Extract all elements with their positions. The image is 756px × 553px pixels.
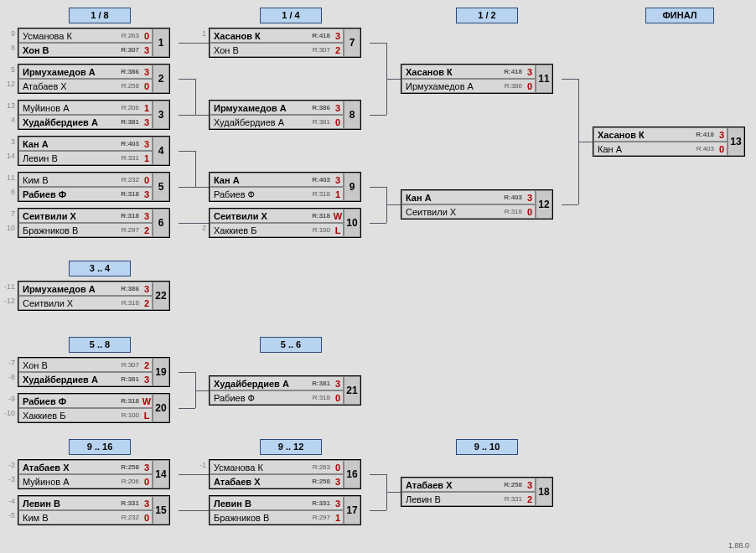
player-row: Худайбердиев АR:3810 [210,115,344,129]
player-row: Хон ВR:3072 [210,43,344,57]
seed: 10 [3,224,15,232]
player-row: Ирмухамедов АR:3863 [18,65,153,79]
bracket-line [179,115,195,116]
match-21: Худайбердиев АR:3813Рабиев ФR:318021 [209,375,361,406]
player-name: Рабиев Ф [19,189,121,199]
bracket-line [179,372,195,373]
player-name: Худайбердиев А [210,117,313,127]
player-rating: R:318 [313,190,333,198]
seed: 6 [3,188,15,196]
seed: 12 [3,80,15,88]
seed: -5 [3,511,15,519]
player-score: 0 [717,144,727,154]
seed: -1 [194,461,206,469]
player-row: Худайбердиев АR:3813 [18,115,153,129]
player-name: Хон В [19,360,122,370]
player-name: Левин В [19,499,121,509]
player-rating: R:403 [121,140,142,147]
bracket-line [195,79,196,115]
player-score: 3 [142,211,152,221]
player-rating: R:206 [122,104,142,111]
match-number: 3 [153,101,169,129]
player-score: 3 [142,375,152,385]
seed: -7 [3,359,15,367]
player-row: Левин ВR:3313 [210,496,344,510]
player-row: Атабаев ХR:2580 [18,79,153,93]
player-name: Хасанов К [210,31,312,41]
player-rating: R:318 [313,394,333,401]
player-row: Ким ВR:2320 [18,173,153,187]
player-score: 1 [333,513,343,523]
player-name: Хон В [210,45,313,55]
player-score: L [142,411,152,421]
bracket-line [204,510,209,511]
player-score: 3 [142,463,152,473]
bracket-line [386,492,401,493]
player-name: Худайбердиев А [19,117,121,127]
player-name: Рабиев Ф [210,189,313,199]
match-number: 1 [153,28,169,57]
player-rating: R:307 [313,46,333,54]
player-row: Бражников ВR:2971 [210,510,344,525]
player-rating: R:258 [121,463,142,471]
player-score: W [142,396,152,406]
bracket-line [204,474,209,475]
bracket-line [370,43,386,44]
seed: -10 [3,409,15,417]
bracket-line [195,115,209,116]
player-score: 0 [333,463,343,473]
match-3: 134Муйинов АR:2061Худайбердиев АR:38133 [18,100,170,130]
match-15: -4-5Левин ВR:3313Ким ВR:232015 [18,495,170,525]
player-name: Хасанов К [402,67,504,77]
player-row: Худайбердиев АR:3813 [210,376,344,390]
player-rating: R:258 [504,481,525,488]
match-number: 18 [536,478,552,506]
player-row: Усманова КR:2630 [210,460,344,474]
player-name: Кан А [402,193,504,203]
player-row: Ирмухамедов АR:3863 [18,282,153,296]
match-5: 116Ким ВR:2320Рабиев ФR:31835 [18,172,170,202]
player-rating: R:297 [122,226,142,234]
bracket-line [179,79,195,80]
match-number: 19 [153,358,169,386]
player-score: 3 [333,379,343,389]
player-row: Ким ВR:2320 [18,510,153,525]
player-row: Левин ВR:3313 [18,496,153,510]
player-rating: R:318 [312,212,333,220]
match-6: 710Сеитвили ХR:3183Бражников ВR:29726 [18,208,170,238]
player-row: Кан АR:4030 [593,142,728,156]
player-rating: R:331 [121,499,142,507]
bracket-line [195,187,209,188]
player-rating: R:263 [122,32,142,39]
player-row: Кан АR:4033 [210,173,344,187]
player-rating: R:318 [121,397,142,405]
player-row: Сеитвили ХR:3182 [18,296,153,310]
seed: -8 [3,373,15,381]
player-rating: R:307 [121,46,142,54]
seed: 14 [3,152,15,160]
match-number: 7 [344,28,360,57]
player-score: 3 [333,31,343,41]
player-row: Хон ВR:3073 [18,43,153,57]
player-rating: R:232 [122,514,142,521]
round-header-r58a: 5 .. 8 [69,337,131,353]
player-score: 0 [142,175,152,185]
player-name: Худайбердиев А [19,375,121,385]
player-row: Рабиев ФR:3183 [18,187,153,201]
player-score: 3 [142,284,152,294]
player-score: W [333,211,343,221]
round-header-r14: 1 / 4 [260,8,322,23]
player-rating: R:403 [504,194,525,201]
match-10: 2Сеитвили ХR:318WХаккиев БR:100L10 [209,208,361,238]
player-row: Рабиев ФR:3181 [210,187,344,201]
seed: -4 [3,497,15,505]
round-header-r912: 9 .. 12 [260,439,322,455]
round-header-r34: 3 .. 4 [69,261,131,276]
player-rating: R:418 [696,131,717,138]
round-header-r56: 5 .. 6 [260,337,322,353]
match-number: 16 [344,460,360,488]
seed: -12 [3,297,15,305]
bracket-line [179,474,204,475]
match-number: 21 [344,376,360,405]
player-rating: R:403 [696,145,717,152]
